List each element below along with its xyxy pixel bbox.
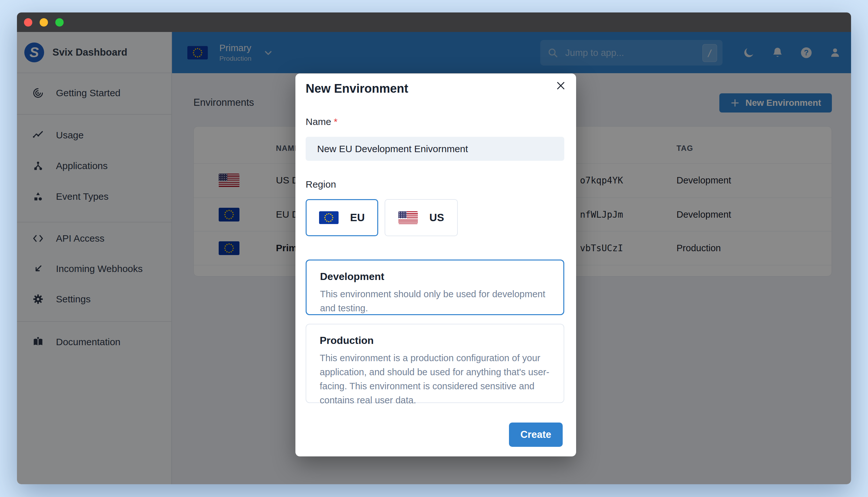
modal-title: New Environment (305, 82, 408, 96)
minimize-window-button[interactable] (40, 18, 48, 27)
eu-flag (319, 211, 339, 224)
maximize-window-button[interactable] (55, 18, 63, 27)
production-title: Production (320, 335, 550, 346)
region-field-label: Region (305, 179, 336, 190)
name-input-value: New EU Development Enivornment (317, 143, 468, 154)
name-label-text: Name (305, 116, 331, 127)
name-input[interactable]: New EU Development Enivornment (305, 137, 564, 161)
close-icon (555, 80, 566, 91)
region-option-eu[interactable]: EU (305, 199, 378, 236)
create-button-label: Create (521, 429, 552, 440)
region-option-us[interactable]: US (385, 199, 458, 236)
region-us-label: US (429, 212, 444, 224)
environment-type-production[interactable]: Production This environment is a product… (305, 324, 564, 403)
window-titlebar (17, 13, 851, 32)
create-button[interactable]: Create (509, 423, 563, 447)
name-field-label: Name* (305, 116, 338, 127)
region-eu-label: EU (350, 212, 365, 224)
app-window: S Svix Dashboard Getting Started (17, 13, 851, 484)
development-title: Development (320, 271, 550, 283)
desktop: S Svix Dashboard Getting Started (0, 0, 868, 497)
environment-type-development[interactable]: Development This environment should only… (305, 259, 564, 315)
app-body: S Svix Dashboard Getting Started (17, 32, 851, 484)
us-flag (398, 211, 418, 224)
modal-close-button[interactable] (553, 78, 568, 93)
required-marker: * (334, 116, 338, 127)
new-environment-modal: New Environment Name* New EU Development… (295, 73, 576, 456)
close-window-button[interactable] (24, 18, 32, 27)
production-description: This environment is a production configu… (320, 351, 550, 407)
development-description: This environment should only be used for… (320, 287, 550, 315)
